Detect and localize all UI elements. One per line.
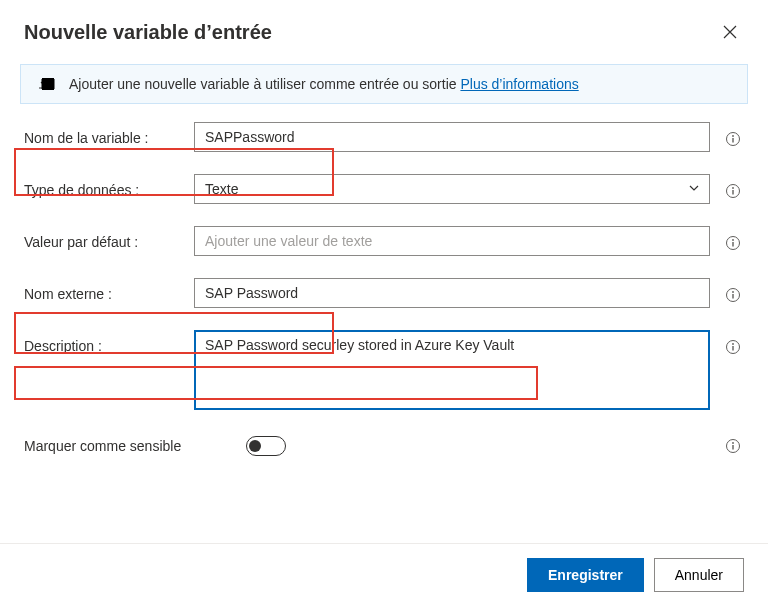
row-description: Description : [24, 330, 744, 413]
external-name-input[interactable] [194, 278, 710, 308]
svg-rect-14 [732, 294, 733, 299]
variable-name-label: Nom de la variable : [24, 122, 182, 146]
info-bar: Ajouter une nouvelle variable à utiliser… [20, 64, 748, 104]
save-button[interactable]: Enregistrer [527, 558, 644, 592]
info-button[interactable] [722, 180, 744, 202]
info-link[interactable]: Plus d’informations [460, 76, 578, 92]
dialog: Nouvelle variable d’entrée Ajouter une n… [0, 0, 768, 606]
toggle-knob [249, 440, 261, 452]
row-data-type: Type de données : [24, 174, 744, 204]
svg-rect-20 [732, 445, 733, 450]
row-sensitive: Marquer comme sensible [24, 435, 744, 457]
info-icon [725, 438, 741, 454]
row-variable-name: Nom de la variable : [24, 122, 744, 152]
info-button[interactable] [722, 284, 744, 306]
description-label: Description : [24, 330, 182, 354]
default-value-input[interactable] [194, 226, 710, 256]
info-icon [725, 183, 741, 199]
info-button[interactable] [722, 232, 744, 254]
description-input[interactable] [194, 330, 710, 410]
dialog-footer: Enregistrer Annuler [0, 543, 768, 606]
svg-point-19 [732, 442, 734, 444]
svg-point-7 [732, 187, 734, 189]
sensitive-toggle[interactable] [246, 436, 286, 456]
info-message: Ajouter une nouvelle variable à utiliser… [69, 76, 733, 92]
info-icon [725, 235, 741, 251]
row-external-name: Nom externe : [24, 278, 744, 308]
svg-rect-5 [732, 138, 733, 143]
svg-rect-11 [732, 242, 733, 247]
svg-point-16 [732, 343, 734, 345]
variable-name-input[interactable] [194, 122, 710, 152]
svg-point-10 [732, 239, 734, 241]
info-button[interactable] [722, 128, 744, 150]
svg-point-13 [732, 291, 734, 293]
close-button[interactable] [716, 18, 744, 46]
info-button[interactable] [722, 336, 744, 358]
info-icon [725, 287, 741, 303]
info-text: Ajouter une nouvelle variable à utiliser… [69, 76, 460, 92]
external-name-label: Nom externe : [24, 278, 182, 302]
svg-rect-17 [732, 346, 733, 351]
data-type-select[interactable] [194, 174, 710, 204]
info-icon [725, 339, 741, 355]
sensitive-label: Marquer comme sensible [24, 438, 234, 454]
close-icon [723, 25, 737, 39]
download-icon [35, 75, 53, 93]
data-type-label: Type de données : [24, 174, 182, 198]
svg-rect-8 [732, 190, 733, 195]
cancel-button[interactable]: Annuler [654, 558, 744, 592]
row-default-value: Valeur par défaut : [24, 226, 744, 256]
info-icon [725, 131, 741, 147]
dialog-title: Nouvelle variable d’entrée [24, 21, 272, 44]
info-button[interactable] [722, 435, 744, 457]
dialog-header: Nouvelle variable d’entrée [0, 0, 768, 58]
default-value-label: Valeur par défaut : [24, 226, 182, 250]
form: Nom de la variable : Type de données : V… [0, 122, 768, 457]
svg-point-4 [732, 135, 734, 137]
